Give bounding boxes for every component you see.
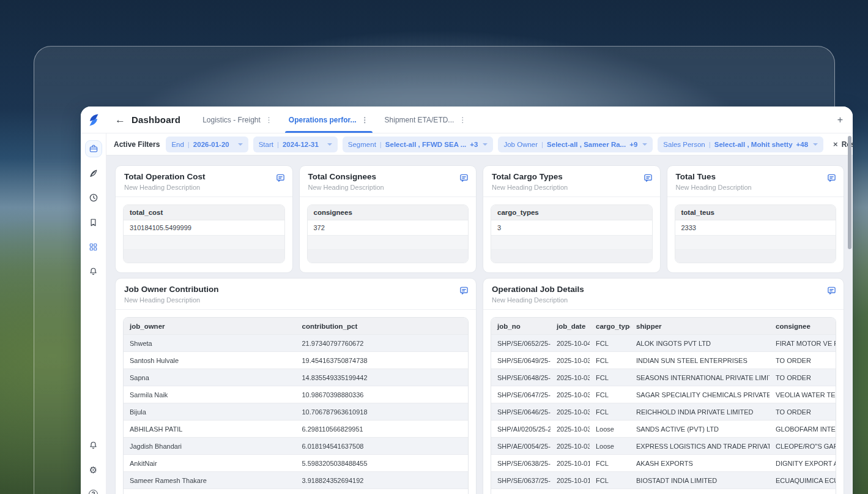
filter-chip[interactable]: Segment | Select-all , FFWD SEA ... +3 <box>343 137 494 152</box>
back-button[interactable]: ← <box>115 114 125 125</box>
kpi-card-description: New Heading Description <box>492 184 651 191</box>
table-row[interactable]: Shweta 21.97340797760672 <box>124 335 468 352</box>
column-header[interactable]: job_owner <box>124 318 296 334</box>
add-tab-button[interactable]: + <box>837 114 843 125</box>
vertical-scrollbar-thumb[interactable] <box>848 136 851 249</box>
shipper-cell: SAGAR SPECIALITY CHEMICALS PRIVATE LIMIT… <box>630 386 770 403</box>
filter-chip-extra: +3 <box>470 141 478 148</box>
table-row[interactable]: SHP/SE/0638/25-26 2025-10-01 FCL AKASH E… <box>491 455 836 472</box>
filter-chip[interactable]: Sales Person | Select-all , Mohit shetty… <box>658 137 823 152</box>
table-row[interactable]: SHP/SE/0637/25-26 2025-10-01 FCL BIOSTAD… <box>491 472 836 489</box>
sidebar-item-compose[interactable] <box>85 165 102 182</box>
comment-icon[interactable] <box>644 173 653 185</box>
sidebar-item-help[interactable]: ? <box>85 485 102 494</box>
consignee-cell: TO ORDER <box>770 489 836 494</box>
column-header[interactable]: job_date <box>551 318 590 334</box>
kpi-empty-row <box>308 236 469 250</box>
table-row[interactable]: SHP/AI/0205/25-26 2025-10-03 Loose SANDS… <box>491 421 836 438</box>
detail-card-row: Job Owner Contribution New Heading Descr… <box>115 278 844 494</box>
window-frame: ← Dashboard Logistics - Freight ⋮ Operat… <box>34 46 835 494</box>
filter-chip-separator: | <box>277 141 279 148</box>
sidebar-item-dashboards[interactable] <box>85 238 102 255</box>
table-row[interactable]: Jagdish Bhandari 6.018194541637508 <box>124 438 468 455</box>
table-row[interactable]: ABHILASH PATIL 6.298110566829951 <box>124 421 468 438</box>
filter-chip[interactable]: Job Owner | Select-all , Sameer Ra... +9 <box>498 137 653 152</box>
column-header[interactable]: cargo_type <box>590 318 630 334</box>
comment-icon[interactable] <box>459 286 469 298</box>
column-header[interactable]: shipper <box>630 318 770 334</box>
table-row[interactable]: AnkitNair 5.5983205038488455 <box>124 455 468 472</box>
cargo-type-cell: FCL <box>590 369 630 386</box>
app-logo[interactable] <box>81 107 106 133</box>
table-row[interactable]: Bijula 10.706787963610918 <box>124 403 468 421</box>
table-row[interactable]: SHP/SE/0635/25-26 2025-10-01 FCL MILLENN… <box>491 489 836 494</box>
table-row[interactable]: SHP/SE/0652/25-26 2025-10-04 FCL ALOK IN… <box>491 335 836 352</box>
consignee-cell: ECUAQUIMICA ECUATORIANA <box>770 472 836 488</box>
table-row[interactable]: Santosh Hulvale 19.454163750874738 <box>124 352 468 369</box>
kpi-card-title: Total Consignees <box>308 172 468 181</box>
comment-icon[interactable] <box>827 173 836 185</box>
kpi-card: Total Cargo Types New Heading Descriptio… <box>483 165 661 273</box>
table-row[interactable]: SHP/SE/0648/25-26 2025-10-03 FCL SEASONS… <box>491 369 836 386</box>
chevron-down-icon <box>238 143 243 146</box>
sidebar-item-history[interactable] <box>85 189 102 206</box>
tab-shipment-eta-etd[interactable]: Shipment ETA/ETD... ⋮ <box>380 107 472 133</box>
column-header[interactable]: job_no <box>491 318 551 334</box>
sidebar-item-settings[interactable]: ⚙ <box>85 461 102 478</box>
kpi-card: Total Operation Cost New Heading Descrip… <box>115 165 293 273</box>
job-date-cell: 2025-10-03 <box>551 403 590 420</box>
cargo-type-cell: FCL <box>590 386 630 403</box>
table-row[interactable]: Jagdish Pillai 0.13995801259622112 <box>124 489 468 494</box>
tab-operations-performance[interactable]: Operations perfor... ⋮ <box>284 107 374 133</box>
job-no-cell: SHP/SE/0637/25-26 <box>491 472 551 488</box>
kpi-value-cell: 2333 <box>675 220 836 236</box>
table-row[interactable]: Sameer Ramesh Thakare 3.918824352694192 <box>124 472 468 489</box>
filter-chip-separator: | <box>380 141 382 148</box>
kpi-column-header: total_cost <box>124 205 284 220</box>
comment-icon[interactable] <box>459 173 469 185</box>
sidebar-item-bookmarks[interactable] <box>85 214 102 231</box>
job-owner-cell: Sapna <box>124 369 296 386</box>
contribution-pct-cell: 14.835549335199442 <box>296 369 469 386</box>
tab-kebab-icon[interactable]: ⋮ <box>265 116 273 124</box>
table-row[interactable]: SHP/SE/0649/25-26 2025-10-03 FCL INDIAN … <box>491 352 836 369</box>
card-title: Job Owner Contribution <box>124 285 467 294</box>
cargo-type-cell: FCL <box>590 489 630 494</box>
table-row[interactable]: Sapna 14.835549335199442 <box>124 369 468 386</box>
table-row[interactable]: SHP/SE/0647/25-26 2025-10-03 FCL SAGAR S… <box>491 386 836 403</box>
filter-chip-value: 2026-01-20 <box>193 141 229 148</box>
shipper-cell: SANDS ACTIVE (PVT) LTD <box>630 421 770 437</box>
tab-kebab-icon[interactable]: ⋮ <box>362 116 369 124</box>
tab-label: Shipment ETA/ETD... <box>385 116 454 124</box>
contribution-pct-cell: 3.918824352694192 <box>296 472 469 488</box>
job-owner-cell: AnkitNair <box>124 455 296 471</box>
job-owner-cell: Sarmila Naik <box>124 386 296 403</box>
table-header-row: job_owner contribution_pct <box>124 318 468 335</box>
sidebar-item-notifications[interactable] <box>85 263 102 280</box>
job-date-cell: 2025-10-03 <box>551 386 590 403</box>
table-row[interactable]: Sarmila Naik 10.98670398880336 <box>124 386 468 403</box>
table-header-row: job_no job_date cargo_type shipper consi… <box>491 318 836 335</box>
clock-icon <box>89 193 98 203</box>
filter-chip[interactable]: Start | 2024-12-31 <box>253 137 338 152</box>
table-row[interactable]: SHP/AE/0054/25-26 2025-10-03 Loose EXPRE… <box>491 438 836 455</box>
operational-job-details-card: Operational Job Details New Heading Desc… <box>483 278 844 494</box>
job-owner-cell: Santosh Hulvale <box>124 352 296 369</box>
tab-logistics-freight[interactable]: Logistics - Freight ⋮ <box>198 107 278 133</box>
job-date-cell: 2025-10-04 <box>551 335 590 351</box>
sidebar-item-alerts[interactable] <box>85 436 102 454</box>
comment-icon[interactable] <box>827 286 836 298</box>
job-owner-contribution-card: Job Owner Contribution New Heading Descr… <box>115 278 477 494</box>
column-header[interactable]: contribution_pct <box>296 318 469 334</box>
comment-icon[interactable] <box>276 173 285 185</box>
consignee-cell: VEOLIA WATER TECHNOLOGI <box>770 386 836 403</box>
table-row[interactable]: SHP/SE/0646/25-26 2025-10-03 FCL REICHHO… <box>491 403 836 421</box>
kpi-card-row: Total Operation Cost New Heading Descrip… <box>115 165 844 273</box>
job-no-cell: SHP/SE/0652/25-26 <box>491 335 551 351</box>
tab-kebab-icon[interactable]: ⋮ <box>459 116 466 124</box>
sidebar-item-workspace[interactable] <box>85 140 102 157</box>
filter-chip[interactable]: End | 2026-01-20 <box>166 137 248 152</box>
job-owner-cell: Sameer Ramesh Thakare <box>124 472 296 488</box>
filter-chip-name: Start <box>259 141 273 148</box>
column-header[interactable]: consignee <box>770 318 836 334</box>
